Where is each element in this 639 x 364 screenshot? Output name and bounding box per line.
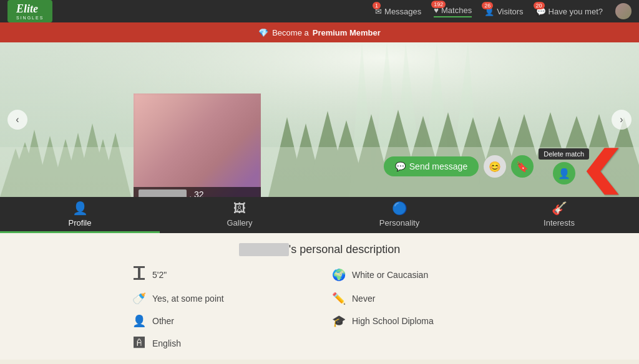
messages-badge: 1 [373, 2, 381, 9]
children-icon: 🍼 [132, 292, 146, 305]
username-blurred [239, 243, 289, 256]
profile-age: , 32 [189, 189, 203, 197]
height-row: 5'2" [132, 266, 307, 283]
svg-rect-34 [134, 278, 145, 280]
red-arrow-indicator: ❮ [579, 146, 624, 191]
language-icon: 🅰 [132, 337, 146, 350]
diamond-icon: 💎 [258, 28, 268, 37]
delete-match-button[interactable]: 👤 [553, 162, 575, 184]
send-message-button[interactable]: 💬 Send message [384, 156, 479, 176]
profile-tab-label: Profile [69, 218, 92, 228]
ethnicity-row: 🌍 White or Caucasian [332, 266, 507, 283]
nav-haveyoumet[interactable]: 20 💬 Have you met? [536, 7, 603, 16]
matches-label: Matches [441, 6, 472, 15]
user-avatar[interactable] [615, 3, 632, 19]
tab-profile[interactable]: 👤 Profile [0, 197, 160, 233]
hero-prev-button[interactable]: ‹ [7, 110, 27, 130]
visitors-badge: 26 [482, 2, 493, 9]
interests-tab-label: Interests [544, 218, 575, 228]
profile-photo[interactable]: Name , 32 ⊞ 1 [134, 93, 261, 197]
smoking-icon: ✏️ [332, 292, 346, 305]
nav-visitors[interactable]: 26 👤 Visitors [484, 7, 523, 16]
height-icon [132, 266, 146, 283]
svg-rect-33 [134, 266, 145, 268]
photo-blur-overlay [134, 93, 261, 197]
logo-text: Elite [16, 2, 38, 15]
profile-photo-card: Name , 32 ⊞ 1 [134, 93, 261, 197]
details-grid: 5'2" 🌍 White or Caucasian 🍼 Yes, at some… [132, 266, 507, 350]
premium-banner[interactable]: 💎 Become a Premium Member [0, 22, 639, 42]
nav-matches[interactable]: 192 ♥ Matches [434, 6, 472, 17]
hero-area: ‹ › Name , 32 ⊞ 1 💼 Shift leader 📍 Raymo… [0, 42, 639, 197]
matches-badge: 192 [431, 1, 446, 8]
bookmark-icon: 🔖 [516, 161, 529, 173]
svg-rect-32 [138, 266, 140, 280]
profile-tabs: 👤 Profile 🖼 Gallery 🔵 Personality 🎸 Inte… [0, 197, 639, 233]
body-value: Other [152, 316, 174, 326]
section-title: 's personal description [15, 243, 624, 256]
haveyoumet-label: Have you met? [549, 7, 603, 16]
tab-gallery[interactable]: 🖼 Gallery [160, 197, 320, 233]
globe-icon: 🌍 [332, 268, 346, 282]
education-row: 🎓 High School Diploma [332, 314, 507, 328]
personality-tab-label: Personality [379, 218, 419, 228]
messages-label: Messages [384, 7, 421, 16]
logo-sub: SINGLES [16, 16, 44, 20]
name-blurred: Name [139, 189, 187, 197]
chat-icon: 💬 [395, 161, 406, 171]
haveyoumet-badge: 20 [534, 2, 545, 9]
person-icon: 👤 [558, 168, 570, 180]
premium-highlight: Premium Member [313, 28, 381, 37]
smile-button[interactable]: 😊 [484, 155, 506, 178]
children-row: 🍼 Yes, at some point [132, 292, 307, 305]
visitors-label: Visitors [497, 7, 523, 16]
tab-interests[interactable]: 🎸 Interests [479, 197, 639, 233]
smoking-value: Never [352, 294, 375, 304]
language-value: English [152, 338, 181, 348]
body-row: 👤 Other [132, 314, 307, 328]
tab-personality[interactable]: 🔵 Personality [320, 197, 479, 233]
smile-icon: 😊 [489, 161, 501, 173]
logo[interactable]: Elite SINGLES [7, 0, 52, 22]
nav-messages[interactable]: 1 ✉ Messages [375, 7, 421, 16]
smoking-row: ✏️ Never [332, 292, 507, 305]
bookmark-button[interactable]: 🔖 [511, 155, 534, 178]
send-message-label: Send message [409, 161, 467, 171]
nav-items: 1 ✉ Messages 192 ♥ Matches 26 👤 Visitors… [375, 3, 632, 19]
action-buttons: 💬 Send message 😊 🔖 Delete match 👤 [384, 148, 589, 184]
personality-tab-icon: 🔵 [392, 201, 407, 216]
profile-content: 's personal description 5'2" 🌍 White or … [0, 233, 639, 360]
profile-tab-icon: 👤 [72, 201, 88, 216]
ethnicity-value: White or Caucasian [352, 270, 428, 280]
gallery-tab-icon: 🖼 [233, 201, 246, 216]
height-value: 5'2" [152, 270, 167, 280]
profile-name-age: Name , 32 [134, 187, 261, 197]
hero-next-button[interactable]: › [612, 110, 632, 130]
description-suffix: 's personal description [289, 243, 401, 256]
top-navigation: Elite SINGLES 1 ✉ Messages 192 ♥ Matches… [0, 0, 639, 22]
language-row: 🅰 English [132, 337, 307, 350]
premium-prefix: Become a [272, 28, 309, 37]
education-value: High School Diploma [352, 316, 434, 326]
body-icon: 👤 [132, 314, 146, 328]
interests-tab-icon: 🎸 [552, 201, 567, 216]
children-value: Yes, at some point [152, 294, 224, 304]
gallery-tab-label: Gallery [227, 218, 252, 228]
education-icon: 🎓 [332, 314, 346, 328]
